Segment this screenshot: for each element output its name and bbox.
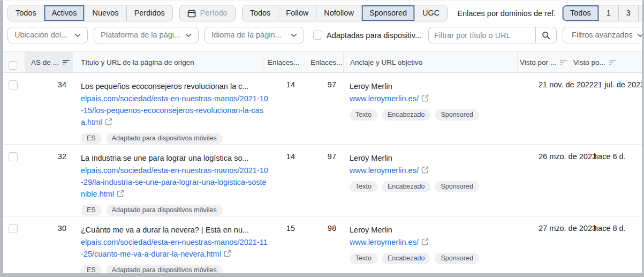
mobile-badge: Adaptado para dispositivos móviles <box>106 265 223 276</box>
anchor-tags: Texto Encabezado Sponsored <box>350 109 517 121</box>
anchor-text: Leroy Merlin <box>350 152 517 164</box>
language-badge: ES <box>81 265 102 276</box>
search-button[interactable] <box>535 27 557 43</box>
status-filter-perdidos[interactable]: Perdidos <box>126 5 172 21</box>
row-checkbox-cell <box>3 73 25 144</box>
first-seen-date: 21 nov. de 2022 <box>539 73 592 144</box>
anchor-text: Leroy Merlin <box>350 80 517 92</box>
title-url-search <box>428 27 557 43</box>
internal-links-count: 98 <box>306 216 343 276</box>
mobile-checkbox[interactable] <box>313 31 322 40</box>
internal-links-count: 97 <box>306 145 343 216</box>
link-type-filter-group: Todos Follow Nofollow Sponsored UGC <box>242 5 448 21</box>
links-per-domain-group: Todos 1 3 10 <box>562 5 644 21</box>
row-checkbox-cell <box>3 216 25 276</box>
mobile-badge: Adaptado para dispositivos móviles <box>106 205 223 216</box>
table-header: AS de ... Título y URL de la página de o… <box>3 51 642 73</box>
source-title: ¿Cuánto me va a durar la nevera? | Está … <box>81 224 261 236</box>
search-icon <box>542 31 550 40</box>
external-link-icon <box>105 118 112 125</box>
location-dropdown[interactable]: Ubicación del... <box>7 27 88 43</box>
as-score: 32 <box>25 145 73 216</box>
chevron-down-icon <box>185 33 192 38</box>
links-per-domain-10[interactable]: 10 <box>638 5 644 21</box>
location-dropdown-label: Ubicación del... <box>14 30 67 40</box>
select-all-checkbox[interactable] <box>9 61 17 70</box>
source-tags: ES Adaptado para dispositivos móviles <box>81 205 261 216</box>
mobile-filter: Adaptadas para dispositiv... <box>313 31 421 40</box>
texto-badge: Texto <box>350 181 377 192</box>
advanced-filters-button[interactable]: Filtros avanzados <box>563 27 644 43</box>
first-seen-date: 27 mzo. de 2023 <box>539 216 592 276</box>
source-title: Los pequeños ecoconsejeros revolucionan … <box>81 80 261 92</box>
type-filter-ugc[interactable]: UGC <box>414 5 447 21</box>
encabezado-badge: Encabezado <box>382 253 431 264</box>
header-title-label: Título y URL de la página de origen <box>81 58 194 66</box>
external-link-icon <box>117 190 124 197</box>
language-badge: ES <box>81 205 102 216</box>
language-dropdown[interactable]: Idioma de la págin... <box>204 27 304 43</box>
row-checkbox[interactable] <box>9 152 18 161</box>
links-per-domain-1[interactable]: 1 <box>598 5 618 21</box>
platform-dropdown-label: Plataforma de la pági... <box>101 30 180 40</box>
target-url-link[interactable]: www.leroymerlin.es/ <box>350 94 419 103</box>
type-filter-nofollow[interactable]: Nofollow <box>316 5 361 21</box>
advanced-filters-label: Filtros avanzados <box>572 30 633 40</box>
type-filter-sponsored[interactable]: Sponsored <box>361 5 414 21</box>
row-checkbox-cell <box>3 145 25 216</box>
row-checkbox[interactable] <box>9 224 18 233</box>
first-seen-date: 26 mzo. de 2023 <box>539 145 592 216</box>
header-last-seen[interactable]: Visto po... <box>571 52 642 72</box>
anchor-cell: Leroy Merlin www.leroymerlin.es/ Texto E… <box>343 145 517 216</box>
filter-bar-primary: Todos Activos Nuevos Perdidos Período To… <box>3 1 642 24</box>
sort-icon <box>609 59 617 65</box>
calendar-icon <box>187 9 196 18</box>
period-button[interactable]: Período <box>179 5 236 21</box>
encabezado-badge: Encabezado <box>382 109 431 121</box>
status-filter-nuevos[interactable]: Nuevos <box>84 5 126 21</box>
external-links-count: 15 <box>263 216 306 276</box>
anchor-tags: Texto Encabezado Sponsored <box>350 181 517 192</box>
target-url-link[interactable]: www.leroymerlin.es/ <box>350 166 419 175</box>
links-per-domain-todos[interactable]: Todos <box>563 5 598 21</box>
source-page-cell: La industria se une para lograr una logí… <box>73 145 263 216</box>
anchor-tags: Texto Encabezado Sponsored <box>350 253 517 264</box>
type-filter-follow[interactable]: Follow <box>278 5 316 21</box>
row-checkbox[interactable] <box>9 80 18 89</box>
table-row: 30 ¿Cuánto me va a durar la nevera? | Es… <box>3 216 642 276</box>
header-links-1[interactable]: Enlaces... <box>263 52 306 72</box>
chevron-down-icon <box>74 33 81 38</box>
external-links-count: 14 <box>263 145 306 216</box>
header-title-url[interactable]: Título y URL de la página de origen <box>73 52 263 72</box>
target-url-link[interactable]: www.leroymerlin.es/ <box>350 238 419 246</box>
status-filter-activos[interactable]: Activos <box>44 5 85 21</box>
header-as[interactable]: AS de ... <box>25 52 73 72</box>
source-page-cell: Los pequeños ecoconsejeros revolucionan … <box>73 73 263 144</box>
search-input[interactable] <box>428 27 535 43</box>
header-links-2[interactable]: Enlaces... <box>306 52 343 72</box>
header-anchor-label: Anclaje y URL objetivo <box>350 58 422 66</box>
chevron-down-icon <box>291 33 297 38</box>
type-filter-todos[interactable]: Todos <box>243 5 278 21</box>
status-filter-todos[interactable]: Todos <box>8 5 44 21</box>
header-links2-label: Enlaces... <box>310 58 342 66</box>
source-title: La industria se une para lograr una logí… <box>81 152 261 164</box>
header-links1-label: Enlaces... <box>268 58 299 66</box>
language-dropdown-label: Idioma de la págin... <box>211 30 282 40</box>
sort-icon <box>560 59 567 65</box>
header-first-seen[interactable]: Visto por ... <box>517 52 571 72</box>
source-tags: ES Adaptado para dispositivos móviles <box>81 265 261 276</box>
header-anchor[interactable]: Anclaje y URL objetivo <box>343 52 517 72</box>
texto-badge: Texto <box>350 253 377 264</box>
sponsored-badge: Sponsored <box>435 253 479 264</box>
sort-icon <box>63 59 70 65</box>
links-per-domain-3[interactable]: 3 <box>618 5 638 21</box>
header-as-label: AS de ... <box>31 58 59 66</box>
sponsored-badge: Sponsored <box>435 181 479 192</box>
source-url-link[interactable]: elpais.com/sociedad/esta-en-nuestras-man… <box>81 166 268 198</box>
external-link-icon <box>421 238 429 245</box>
source-url-link[interactable]: elpais.com/sociedad/esta-en-nuestras-man… <box>81 238 268 258</box>
platform-dropdown[interactable]: Plataforma de la pági... <box>94 27 199 43</box>
texto-badge: Texto <box>350 109 377 121</box>
chevron-down-icon <box>637 33 643 38</box>
